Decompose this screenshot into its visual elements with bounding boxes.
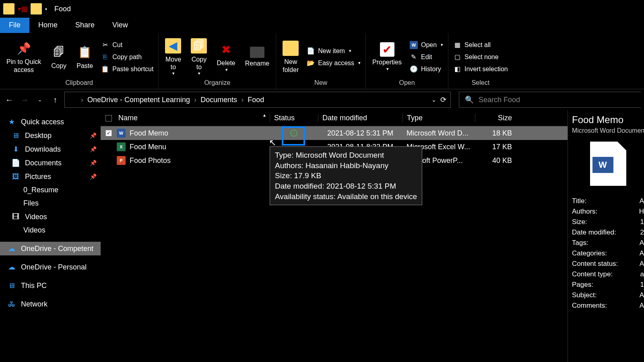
ribbon-group-new: New folder 📄New item▾ 📂Easy access▾ New: [276, 33, 366, 89]
new-item-button[interactable]: 📄New item▾: [304, 46, 363, 56]
copy-to-button[interactable]: 🗐 Copy to▾: [187, 36, 211, 78]
select-all-icon: ▦: [453, 41, 461, 49]
paste-icon: 📋: [77, 44, 93, 60]
sidebar-quick-access[interactable]: ★Quick access: [0, 115, 101, 129]
detail-prop: Size:1: [572, 218, 644, 226]
pin-icon: 📌: [16, 40, 32, 56]
sidebar-network[interactable]: 🖧Network: [0, 297, 101, 311]
column-size[interactable]: Size: [475, 114, 515, 122]
address-bar[interactable]: › OneDrive - Competent Learning › Docume…: [64, 92, 451, 108]
sidebar-resume[interactable]: 0_Resume: [0, 183, 101, 197]
sidebar-videos-2[interactable]: Videos: [0, 224, 101, 237]
column-date[interactable]: Date modified: [318, 114, 402, 122]
breadcrumb-onedrive[interactable]: OneDrive - Competent Learning: [87, 96, 190, 104]
ribbon-group-select: ▦Select all ▢Select none ◧Invert selecti…: [448, 33, 513, 89]
copy-to-icon: 🗐: [191, 38, 207, 54]
sidebar-downloads[interactable]: ⬇Downloads📌: [0, 142, 101, 156]
sidebar-this-pc[interactable]: 🖥This PC: [0, 279, 101, 292]
column-name[interactable]: Name▴: [117, 114, 270, 122]
navigation-sidebar: ★Quick access 🖥Desktop📌 ⬇Downloads📌 📄Doc…: [0, 110, 101, 362]
pin-to-quick-access-button[interactable]: 📌 Pin to Quick access: [2, 39, 45, 75]
detail-prop: Date modified:2: [572, 228, 644, 237]
select-none-icon: ▢: [453, 53, 461, 61]
tooltip-line: Date modified: 2021-08-12 5:31 PM: [275, 181, 417, 191]
new-folder-button[interactable]: New folder: [279, 39, 303, 75]
sidebar-videos-1[interactable]: 🎞Videos: [0, 210, 101, 224]
sidebar-files[interactable]: Files: [0, 197, 101, 210]
properties-button[interactable]: ✔ Properties▾: [368, 41, 406, 73]
group-label-organize: Organize: [204, 79, 230, 87]
qat-dropdown-icon[interactable]: ▾: [45, 7, 47, 11]
sidebar-onedrive-personal[interactable]: ☁OneDrive - Personal: [0, 260, 101, 274]
tab-home[interactable]: Home: [29, 18, 66, 33]
qat-properties-icon[interactable]: ▾▦: [18, 4, 27, 14]
up-button[interactable]: ↑: [49, 94, 61, 106]
column-status[interactable]: Status: [270, 114, 318, 122]
desktop-icon: 🖥: [11, 131, 20, 140]
back-button[interactable]: ←: [3, 94, 15, 106]
header-checkbox[interactable]: [101, 115, 117, 121]
cloud-icon: ☁: [7, 244, 16, 253]
tab-file[interactable]: File: [0, 18, 29, 33]
cut-button[interactable]: ✂Cut: [99, 40, 156, 50]
sort-asc-icon: ▴: [263, 112, 266, 118]
rename-button[interactable]: Rename: [241, 45, 273, 69]
pin-icon: 📌: [90, 132, 97, 139]
sidebar-desktop[interactable]: 🖥Desktop📌: [0, 129, 101, 142]
tab-share[interactable]: Share: [66, 18, 103, 33]
delete-button[interactable]: ✖ Delete▾: [213, 40, 239, 74]
easy-access-button[interactable]: 📂Easy access▾: [304, 58, 363, 68]
pin-icon: 📌: [90, 160, 97, 166]
address-dropdown[interactable]: ⌄: [431, 97, 436, 103]
tab-view[interactable]: View: [103, 18, 137, 33]
file-size: 40 KB: [475, 156, 515, 165]
qat-folder-icon[interactable]: [31, 3, 42, 14]
detail-prop: Tags:A: [572, 239, 644, 247]
detail-prop: Content type:a: [572, 270, 644, 278]
search-input[interactable]: 🔍 Search Food: [459, 92, 641, 108]
file-tooltip: Type: Microsoft Word Document Authors: H…: [270, 146, 422, 205]
word-file-icon: W: [117, 129, 126, 138]
file-row[interactable]: ✓ WFood Memo ✓ 2021-08-12 5:31 PM Micros…: [101, 126, 568, 140]
row-checkbox[interactable]: ✓: [105, 130, 112, 136]
move-to-icon: ◀: [165, 38, 181, 54]
group-label-open: Open: [399, 79, 415, 87]
open-button[interactable]: WOpen▾: [407, 40, 446, 50]
chevron-icon[interactable]: ›: [81, 96, 83, 104]
window-title: Food: [54, 5, 71, 13]
file-size: 18 KB: [475, 129, 515, 138]
detail-prop: Title:A: [572, 197, 644, 205]
network-icon: 🖧: [7, 300, 16, 309]
paste-button[interactable]: 📋 Paste: [72, 43, 97, 71]
invert-selection-button[interactable]: ◧Invert selection: [451, 64, 510, 74]
word-app-icon: W: [410, 41, 418, 49]
chevron-icon[interactable]: ›: [241, 96, 244, 104]
refresh-button[interactable]: ⟳: [440, 95, 446, 104]
recent-dropdown[interactable]: ⌄: [34, 94, 46, 106]
paste-shortcut-button[interactable]: 📋Paste shortcut: [99, 64, 156, 74]
scissors-icon: ✂: [101, 41, 109, 49]
search-icon: 🔍: [465, 95, 474, 104]
breadcrumb-food[interactable]: Food: [248, 96, 264, 104]
copy-button[interactable]: 🗐 Copy: [47, 43, 71, 71]
forward-button[interactable]: →: [19, 94, 31, 106]
history-button[interactable]: 🕘History: [407, 64, 446, 74]
video-icon: 🎞: [11, 212, 20, 221]
main-area: ★Quick access 🖥Desktop📌 ⬇Downloads📌 📄Doc…: [0, 110, 644, 362]
column-type[interactable]: Type: [402, 114, 475, 122]
rename-icon: [250, 47, 264, 58]
tooltip-line: Authors: Hasanain Habib-Nayany: [275, 160, 417, 171]
sidebar-documents[interactable]: 📄Documents📌: [0, 156, 101, 170]
chevron-icon[interactable]: ›: [194, 96, 196, 104]
detail-prop: Categories:A: [572, 249, 644, 257]
sidebar-onedrive-competent[interactable]: ☁OneDrive - Competent: [0, 242, 101, 255]
select-none-button[interactable]: ▢Select none: [451, 52, 510, 62]
group-label-new: New: [314, 79, 327, 87]
breadcrumb-documents[interactable]: Documents: [200, 96, 237, 104]
edit-button[interactable]: ✎Edit: [407, 52, 446, 62]
move-to-button[interactable]: ◀ Move to▾: [161, 36, 185, 78]
copy-icon: 🗐: [51, 44, 67, 60]
copy-path-button[interactable]: ⎘Copy path: [99, 52, 156, 62]
select-all-button[interactable]: ▦Select all: [451, 40, 510, 50]
sidebar-pictures[interactable]: 🖼Pictures📌: [0, 170, 101, 183]
